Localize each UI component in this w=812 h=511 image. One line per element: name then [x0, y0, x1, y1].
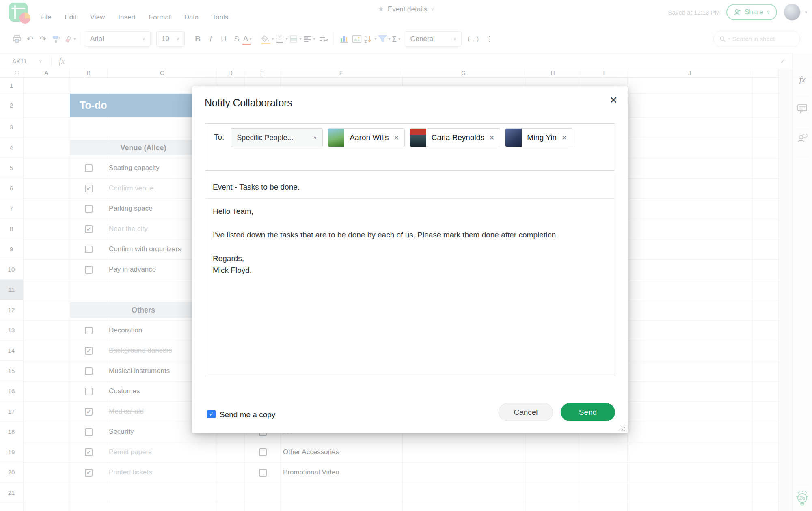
- close-icon[interactable]: ✕: [609, 95, 618, 105]
- recipient-type-select[interactable]: Specific People... ∨: [231, 128, 323, 147]
- subject-input[interactable]: Event - Tasks to be done.: [205, 175, 615, 199]
- recipient-chip: Ming Yin ✕: [505, 128, 572, 147]
- recipient-chip: Carla Reynolds ✕: [410, 128, 500, 147]
- remove-recipient-icon[interactable]: ✕: [489, 134, 495, 142]
- cancel-button[interactable]: Cancel: [499, 403, 553, 421]
- notify-collaborators-dialog: Notify Collaborators ✕ To: Specific Peop…: [192, 86, 628, 433]
- send-me-copy-label: Send me a copy: [220, 410, 275, 419]
- recipient-type-chevron-icon: ∨: [313, 135, 317, 140]
- remove-recipient-icon[interactable]: ✕: [561, 134, 567, 142]
- dialog-title: Notify Collaborators: [205, 97, 292, 109]
- recipient-type-value: Specific People...: [237, 134, 293, 142]
- dialog-resize-handle[interactable]: [618, 425, 625, 431]
- message-box: Event - Tasks to be done. Hello Team, I'…: [205, 175, 615, 376]
- recipient-chip: Aaron Wills ✕: [328, 128, 404, 147]
- remove-recipient-icon[interactable]: ✕: [393, 134, 399, 142]
- app-window: File Edit View Insert Format Data Tools …: [0, 0, 812, 511]
- recipients-field[interactable]: To: Specific People... ∨ Aaron Wills ✕ C…: [205, 123, 615, 171]
- recipient-name: Carla Reynolds: [432, 133, 484, 142]
- send-me-copy-checkbox[interactable]: ✓: [207, 410, 216, 418]
- recipient-name: Ming Yin: [527, 133, 557, 142]
- recipient-name: Aaron Wills: [350, 133, 389, 142]
- recipient-avatar: [328, 129, 344, 147]
- send-button[interactable]: Send: [561, 403, 615, 421]
- recipient-avatar: [505, 129, 522, 147]
- recipient-avatar: [410, 129, 426, 147]
- to-label: To:: [214, 133, 224, 142]
- message-body-input[interactable]: Hello Team, I've listed down the tasks t…: [205, 199, 615, 282]
